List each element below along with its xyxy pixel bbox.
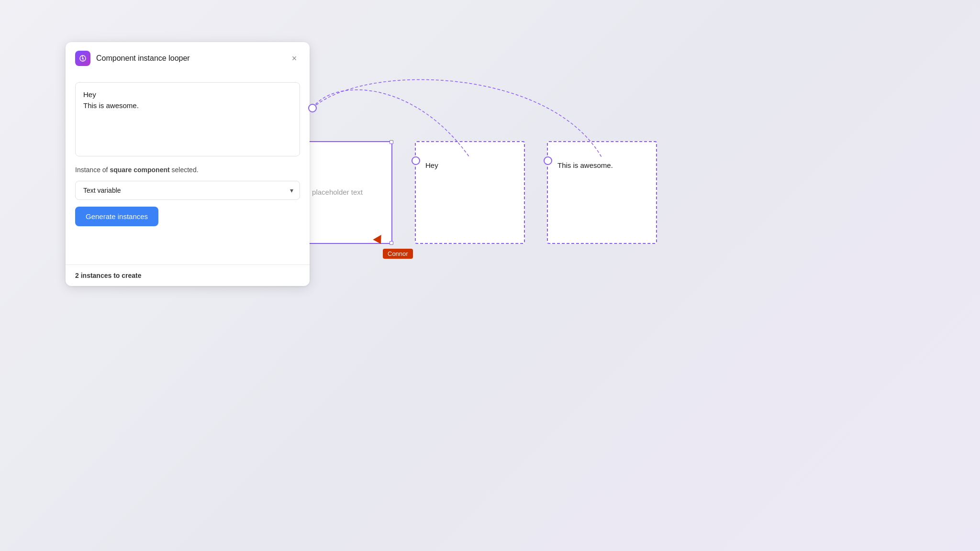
panel-body: Instance of square component selected. T…	[66, 75, 310, 236]
placeholder-text: placeholder text	[312, 187, 363, 196]
resize-handle-tr[interactable]	[390, 140, 393, 144]
resize-handle-br[interactable]	[390, 241, 393, 245]
text-input[interactable]	[75, 82, 300, 156]
dropdown-wrapper: Text variable ▾	[75, 181, 300, 200]
instance-connector-dot-awesome	[544, 156, 552, 165]
generate-instances-button[interactable]: Generate instances	[75, 207, 158, 226]
panel-footer: 2 instances to create	[66, 264, 310, 286]
awesome-text: This is awesome.	[557, 161, 613, 169]
instance-connector-dot-hey	[412, 156, 420, 165]
variable-type-dropdown[interactable]: Text variable	[75, 181, 300, 200]
close-button[interactable]: ×	[289, 53, 300, 64]
plugin-icon	[75, 51, 90, 66]
svg-point-1	[82, 58, 84, 59]
instance-count: 2	[75, 272, 79, 279]
component-name: square component	[110, 166, 169, 174]
panel-title: Component instance looper	[96, 54, 289, 63]
connector-dot-source	[308, 104, 317, 112]
hey-text: Hey	[425, 161, 438, 169]
hey-instance-box: Hey	[415, 141, 525, 244]
awesome-instance-box: This is awesome.	[547, 141, 657, 244]
plugin-panel: Component instance looper × Instance of …	[66, 42, 310, 286]
cursor-label: Connor	[383, 249, 413, 259]
instance-info: Instance of square component selected.	[75, 165, 300, 175]
panel-header: Component instance looper ×	[66, 42, 310, 75]
